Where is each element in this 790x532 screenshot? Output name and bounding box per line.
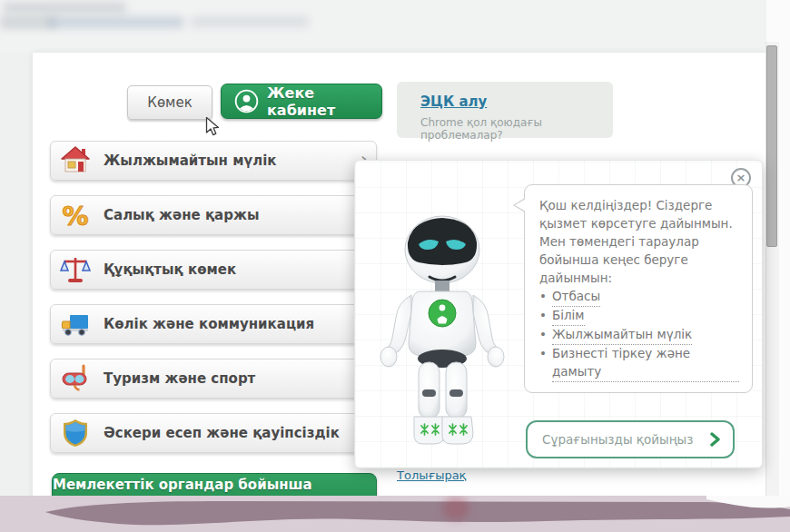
assistant-speech-bubble: Қош келдіңіздер! Сіздерге қызмет көрсету… <box>524 184 753 393</box>
robot-assistant-illustration <box>371 202 517 457</box>
personal-cabinet-label: Жеке кабинет <box>267 84 381 119</box>
sidebar-item-transport[interactable]: Көлік және коммуникация <box>50 304 377 344</box>
list-item: • Жылжымайтын мүлік <box>539 326 739 345</box>
topic-link-real-estate[interactable]: Жылжымайтын мүлік <box>552 326 692 345</box>
topic-link-family[interactable]: Отбасы <box>552 288 600 307</box>
percent-icon: % <box>60 200 91 231</box>
list-item: • Білім <box>539 307 739 326</box>
ecp-box: ЭЦК алу Chrome қол қоюдағы проблемалар? <box>397 82 613 138</box>
house-icon <box>60 145 91 176</box>
blurred-header-shape <box>4 2 126 14</box>
ecp-note: Chrome қол қоюдағы проблемалар? <box>420 116 613 142</box>
sidebar-item-label: Туризм және спорт <box>104 370 255 387</box>
bullet: • <box>539 307 547 325</box>
sidebar-item-tourism-sport[interactable]: Туризм және спорт <box>50 359 377 399</box>
sidebar-item-military-security[interactable]: Әскери есеп және қауіпсіздік <box>50 413 377 453</box>
footer-wave-decoration <box>0 496 790 532</box>
more-link[interactable]: Толығырақ <box>397 468 466 482</box>
ecp-link[interactable]: ЭЦК алу <box>420 94 487 110</box>
list-item: • Отбасы <box>539 288 739 307</box>
sidebar-item-label: Құқықтық көмек <box>104 261 236 278</box>
blurred-header-shape <box>47 16 183 28</box>
scales-icon <box>60 254 91 285</box>
sidebar-item-real-estate[interactable]: Жылжымайтын мүлік <box>50 141 377 181</box>
list-item: • Бизнесті тіркеу және дамыту <box>539 345 739 382</box>
personal-cabinet-button[interactable]: Жеке кабинет <box>221 84 382 119</box>
mouse-cursor <box>205 116 221 137</box>
truck-icon <box>60 309 91 340</box>
assistant-greeting: Қош келдіңіздер! Сіздерге қызмет көрсету… <box>539 197 739 288</box>
scrollbar-thumb[interactable] <box>766 45 777 247</box>
ask-question-placeholder: Сұрағынызды қойыңыз <box>542 432 693 447</box>
bullet: • <box>539 345 547 363</box>
sidebar-item-label: Әскери есеп және қауіпсіздік <box>104 425 340 441</box>
diving-mask-icon <box>60 363 91 394</box>
svg-text:%: % <box>62 201 88 231</box>
ask-question-input[interactable]: Сұрағынызды қойыңыз <box>526 420 735 458</box>
blurred-header-shape <box>191 16 309 27</box>
topic-link-business[interactable]: Бизнесті тіркеу және дамыту <box>552 345 739 382</box>
person-icon <box>234 89 259 113</box>
bullet: • <box>539 326 547 344</box>
chevron-right-icon <box>709 432 722 447</box>
topic-link-education[interactable]: Білім <box>552 307 585 326</box>
assistant-popup: × <box>354 160 763 468</box>
sidebar-item-label: Көлік және коммуникация <box>104 316 314 332</box>
sidebar-item-legal-help[interactable]: Құқықтық көмек <box>50 250 377 290</box>
shield-icon <box>60 418 91 448</box>
help-button[interactable]: Көмек <box>127 85 212 120</box>
bullet: • <box>539 288 547 306</box>
help-button-label: Көмек <box>147 94 192 111</box>
sidebar-item-label: Жылжымайтын мүлік <box>104 153 277 169</box>
sidebar-item-label: Салық және қаржы <box>104 207 259 223</box>
sidebar-item-tax-finance[interactable]: % Салық және қаржы <box>50 195 377 235</box>
page: Көмек Жеке кабинет ЭЦК алу Chrome қол қо… <box>0 0 790 532</box>
